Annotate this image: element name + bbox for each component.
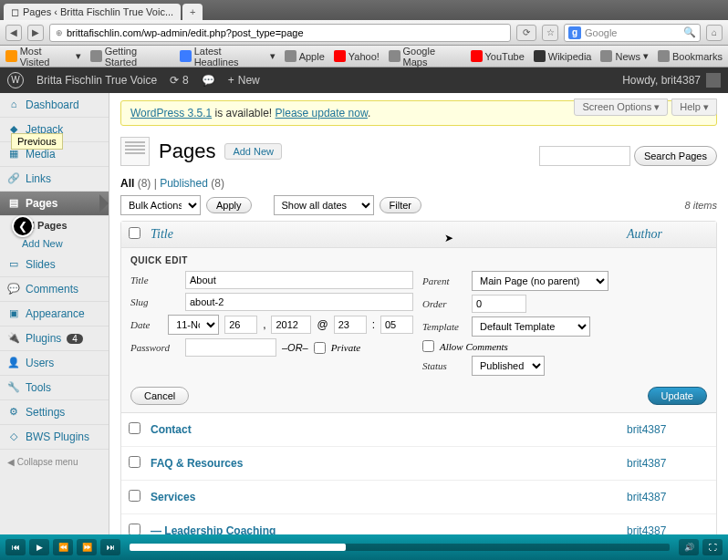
- appearance-icon: ▣: [7, 307, 20, 320]
- bookmark-apple[interactable]: Apple: [285, 50, 325, 62]
- wp-logo-icon[interactable]: W: [7, 72, 24, 88]
- qe-private-checkbox[interactable]: [314, 342, 326, 354]
- dates-select[interactable]: Show all dates: [274, 195, 374, 215]
- browser-forward-icon[interactable]: ▶: [27, 25, 44, 41]
- nag-update-link[interactable]: Please update now: [276, 107, 368, 119]
- search-placeholder: Google: [585, 27, 617, 38]
- player-play-icon[interactable]: ▶: [29, 539, 49, 555]
- new-tab-button[interactable]: +: [182, 4, 203, 20]
- browser-tab-strip: ◻ Pages ‹ Britta Fischlin True Voic... +: [0, 0, 728, 20]
- column-author[interactable]: Author: [627, 227, 709, 242]
- row-title-link[interactable]: — Leadership Coaching: [151, 524, 276, 534]
- reload-icon[interactable]: ⟳: [516, 25, 536, 41]
- add-new-button[interactable]: Add New: [224, 143, 282, 160]
- slides-icon: ▭: [7, 258, 20, 271]
- menu-dashboard[interactable]: ⌂Dashboard: [0, 93, 109, 118]
- browser-url-bar: ◀ ▶ ⊕ brittafischlin.com/wp-admin/edit.p…: [0, 20, 728, 46]
- menu-users[interactable]: 👤Users: [0, 351, 109, 376]
- previous-overlay-button[interactable]: ❮: [12, 215, 34, 237]
- bookmark-bookmarks[interactable]: Bookmarks: [658, 50, 723, 62]
- cancel-button[interactable]: Cancel: [130, 387, 189, 405]
- qe-day-input[interactable]: [224, 316, 257, 334]
- browser-search[interactable]: g Google 🔍: [564, 24, 701, 42]
- qe-year-input[interactable]: [271, 316, 311, 334]
- screen-options-tab[interactable]: Screen Options ▾: [574, 99, 668, 116]
- bookmark-wikipedia[interactable]: Wikipedia: [534, 50, 592, 62]
- menu-links[interactable]: 🔗Links: [0, 167, 109, 192]
- star-icon[interactable]: ☆: [542, 25, 558, 41]
- nag-version-link[interactable]: WordPress 3.5.1: [130, 107, 212, 119]
- bookmark-youtube[interactable]: YouTube: [471, 50, 525, 62]
- row-checkbox[interactable]: [129, 490, 140, 502]
- menu-slides[interactable]: ▭Slides: [0, 253, 109, 277]
- collapse-menu[interactable]: ◀ Collapse menu: [0, 450, 109, 474]
- bookmark-latest-headlines[interactable]: Latest Headlines▾: [180, 46, 276, 67]
- player-step-fwd-icon[interactable]: ⏩: [77, 539, 97, 555]
- bookmark-most-visited[interactable]: Most Visited▾: [5, 46, 81, 67]
- filter-button[interactable]: Filter: [380, 197, 421, 213]
- menu-settings[interactable]: ⚙Settings: [0, 400, 109, 425]
- menu-comments[interactable]: 💬Comments: [0, 277, 109, 302]
- row-author[interactable]: brit4387: [627, 491, 709, 503]
- qe-allow-comments-checkbox[interactable]: [422, 340, 434, 352]
- admin-new[interactable]: +New: [228, 74, 260, 87]
- admin-updates[interactable]: ⟳8: [170, 74, 189, 87]
- qe-private-label: Private: [331, 342, 360, 353]
- search-pages-input[interactable]: [539, 146, 630, 166]
- menu-bws-plugins[interactable]: ◇BWS Plugins: [0, 425, 109, 450]
- filter-all[interactable]: All: [120, 177, 134, 190]
- player-fullscreen-icon[interactable]: ⛶: [702, 539, 723, 555]
- qe-status-select[interactable]: Published: [472, 356, 545, 376]
- bookmark-yahoo[interactable]: Yahoo!: [334, 50, 380, 62]
- player-progress[interactable]: [130, 544, 670, 551]
- qe-slug-input[interactable]: [185, 293, 413, 311]
- player-skip-end-icon[interactable]: ⏭: [100, 539, 120, 555]
- admin-howdy[interactable]: Howdy, brit4387: [622, 73, 721, 88]
- row-title-link[interactable]: Services: [151, 491, 195, 503]
- row-title-link[interactable]: FAQ & Resources: [151, 457, 243, 470]
- row-checkbox[interactable]: [129, 524, 140, 534]
- qe-template-select[interactable]: Default Template: [472, 316, 590, 337]
- help-tab[interactable]: Help ▾: [671, 99, 717, 116]
- player-volume-icon[interactable]: 🔊: [679, 539, 699, 555]
- yahoo-icon: [334, 50, 346, 62]
- apply-button[interactable]: Apply: [206, 197, 252, 213]
- menu-plugins[interactable]: 🔌Plugins4: [0, 327, 109, 351]
- qe-hour-input[interactable]: [334, 316, 367, 334]
- browser-tab-active[interactable]: ◻ Pages ‹ Britta Fischlin True Voic...: [4, 4, 181, 20]
- menu-tools[interactable]: 🔧Tools: [0, 376, 109, 400]
- search-magnify-icon: 🔍: [683, 26, 696, 38]
- bookmark-getting-started[interactable]: Getting Started: [90, 46, 171, 67]
- player-step-back-icon[interactable]: ⏪: [53, 539, 73, 555]
- column-title[interactable]: Title: [151, 227, 627, 242]
- qe-order-input[interactable]: [472, 295, 526, 313]
- menu-appearance[interactable]: ▣Appearance: [0, 302, 109, 327]
- row-author[interactable]: brit4387: [627, 423, 709, 436]
- qe-password-input[interactable]: [185, 338, 276, 357]
- admin-comments[interactable]: 💬: [202, 74, 215, 87]
- browser-back-icon[interactable]: ◀: [5, 25, 22, 41]
- row-author[interactable]: brit4387: [627, 457, 709, 470]
- bookmarks-icon: [658, 50, 670, 62]
- qe-minute-input[interactable]: [380, 316, 413, 334]
- qe-parent-select[interactable]: Main Page (no parent): [472, 271, 608, 291]
- qe-month-select[interactable]: 11-Nov: [168, 315, 219, 335]
- row-title-link[interactable]: Contact: [151, 423, 192, 436]
- player-rewind-start-icon[interactable]: ⏮: [5, 539, 26, 555]
- row-checkbox[interactable]: [129, 422, 140, 434]
- update-button[interactable]: Update: [648, 387, 707, 405]
- url-field[interactable]: ⊕ brittafischlin.com/wp-admin/edit.php?p…: [49, 24, 511, 42]
- row-author[interactable]: brit4387: [627, 524, 709, 534]
- bulk-actions-select[interactable]: Bulk Actions: [120, 195, 201, 215]
- select-all-checkbox[interactable]: [129, 227, 140, 239]
- home-icon[interactable]: ⌂: [706, 25, 723, 41]
- search-pages-button[interactable]: Search Pages: [634, 146, 717, 166]
- menu-pages[interactable]: ▤Pages: [0, 192, 109, 216]
- submenu-add-new[interactable]: Add New: [0, 234, 109, 253]
- admin-site-name[interactable]: Britta Fischlin True Voice: [36, 74, 157, 87]
- row-checkbox[interactable]: [129, 456, 140, 468]
- bookmark-google-maps[interactable]: Google Maps: [389, 46, 462, 67]
- bookmark-news[interactable]: News▾: [600, 50, 649, 62]
- qe-title-input[interactable]: [185, 271, 413, 289]
- filter-published[interactable]: Published: [160, 177, 208, 190]
